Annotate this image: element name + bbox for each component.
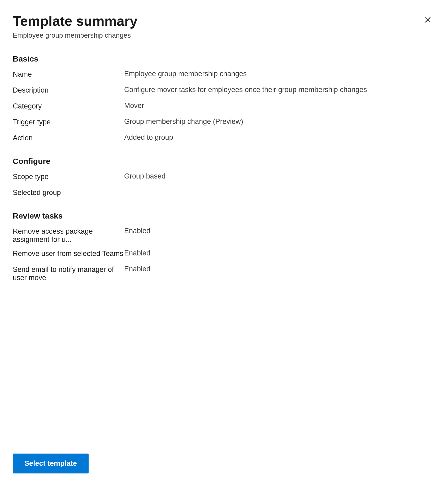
field-value-remove-teams: Enabled: [124, 249, 435, 257]
field-row-name: Name Employee group membership changes: [13, 70, 435, 80]
field-row-remove-access: Remove access package assignment for u..…: [13, 227, 435, 244]
close-button[interactable]: ✕: [420, 13, 435, 28]
field-row-scope-type: Scope type Group based: [13, 172, 435, 183]
close-icon: ✕: [424, 15, 432, 26]
field-label-description: Description: [13, 86, 124, 94]
field-row-trigger-type: Trigger type Group membership change (Pr…: [13, 118, 435, 128]
field-value-name: Employee group membership changes: [124, 70, 435, 78]
field-value-action: Added to group: [124, 133, 435, 142]
field-row-description: Description Configure mover tasks for em…: [13, 86, 435, 96]
field-value-category: Mover: [124, 102, 435, 110]
field-value-scope-type: Group based: [124, 172, 435, 180]
field-value-remove-access: Enabled: [124, 227, 435, 235]
field-value-trigger-type: Group membership change (Preview): [124, 118, 435, 126]
review-tasks-section: Review tasks Remove access package assig…: [13, 211, 435, 282]
field-row-remove-teams: Remove user from selected Teams Enabled: [13, 249, 435, 260]
field-label-action: Action: [13, 133, 124, 142]
field-row-send-email: Send email to notify manager of user mov…: [13, 265, 435, 282]
panel-content: Basics Name Employee group membership ch…: [0, 40, 448, 444]
field-label-scope-type: Scope type: [13, 172, 124, 181]
configure-section-title: Configure: [13, 157, 435, 166]
field-row-action: Action Added to group: [13, 133, 435, 144]
field-label-remove-teams: Remove user from selected Teams: [13, 249, 124, 258]
select-template-button[interactable]: Select template: [13, 454, 89, 473]
review-tasks-section-title: Review tasks: [13, 211, 435, 220]
field-row-category: Category Mover: [13, 102, 435, 112]
field-label-selected-group: Selected group: [13, 188, 124, 197]
page-title: Template summary: [13, 13, 435, 29]
template-summary-panel: Template summary Employee group membersh…: [0, 0, 448, 483]
field-label-send-email: Send email to notify manager of user mov…: [13, 265, 124, 282]
basics-section-title: Basics: [13, 54, 435, 63]
field-label-category: Category: [13, 102, 124, 110]
configure-section: Configure Scope type Group based Selecte…: [13, 157, 435, 199]
field-label-name: Name: [13, 70, 124, 79]
field-value-description: Configure mover tasks for employees once…: [124, 86, 435, 94]
panel-header: Template summary Employee group membersh…: [0, 0, 448, 40]
page-subtitle: Employee group membership changes: [13, 31, 435, 40]
panel-footer: Select template: [0, 444, 448, 483]
basics-section: Basics Name Employee group membership ch…: [13, 54, 435, 144]
field-value-send-email: Enabled: [124, 265, 435, 273]
field-label-trigger-type: Trigger type: [13, 118, 124, 126]
field-row-selected-group: Selected group: [13, 188, 435, 199]
field-label-remove-access: Remove access package assignment for u..…: [13, 227, 124, 244]
